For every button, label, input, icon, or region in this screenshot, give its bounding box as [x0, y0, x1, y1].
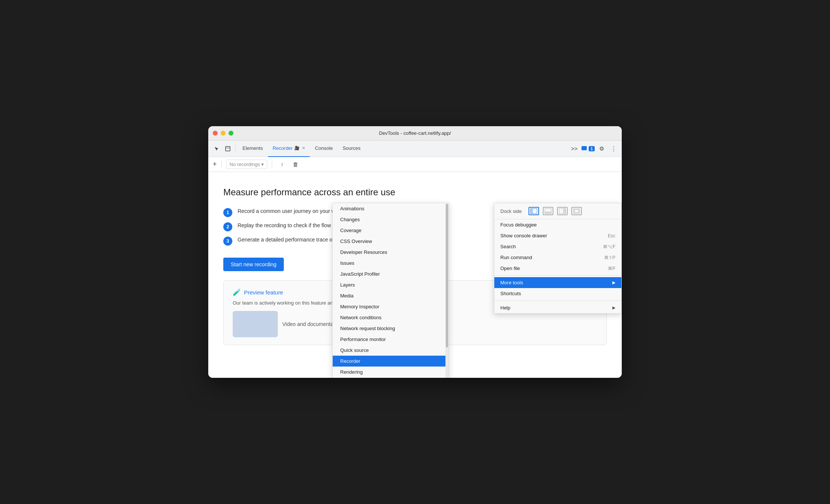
- tab-console[interactable]: Console: [310, 140, 338, 157]
- recordings-dropdown[interactable]: No recordings ▾: [226, 160, 268, 169]
- more-tools-item-javascript-profiler[interactable]: JavaScript Profiler: [333, 269, 448, 279]
- titlebar: DevTools - coffee-cart.netlify.app/: [208, 126, 622, 140]
- menu-item-shortcut: ⌘⇧P: [604, 255, 615, 260]
- menu-item-shortcut: Esc: [608, 233, 615, 238]
- inspect-icon[interactable]: [223, 143, 233, 154]
- more-tools-item-coverage[interactable]: Coverage: [333, 225, 448, 236]
- traffic-lights: [213, 131, 233, 136]
- sub-toolbar-separator-2: [272, 161, 272, 168]
- more-tools-item-recorder[interactable]: Recorder: [333, 356, 448, 367]
- undock-icon[interactable]: [571, 207, 582, 215]
- dock-bottom-icon[interactable]: [543, 207, 553, 215]
- more-tools-item-css-overview[interactable]: CSS Overview: [333, 236, 448, 247]
- right-menu-item-run-command[interactable]: Run command⌘⇧P: [494, 252, 621, 263]
- dock-right-icon[interactable]: [557, 207, 568, 215]
- svg-rect-10: [574, 210, 579, 213]
- tab-recorder[interactable]: Recorder 🎥 ✕: [268, 140, 309, 157]
- chat-icon: [581, 146, 587, 152]
- step-number-3: 3: [223, 237, 232, 246]
- menu-item-label: Shortcuts: [500, 291, 521, 296]
- tab-elements[interactable]: Elements: [238, 140, 267, 157]
- right-context-menu: Dock side Focus debuggeeShow consol: [494, 203, 622, 314]
- main-heading: Measure performance across an entire use: [223, 187, 607, 198]
- dock-side-row: Dock side: [494, 203, 621, 219]
- more-tools-item-developer-resources[interactable]: Developer Resources: [333, 247, 448, 258]
- svg-rect-0: [226, 146, 230, 151]
- right-menu-item-search[interactable]: Search⌘⌥F: [494, 241, 621, 252]
- settings-button[interactable]: ⚙: [596, 143, 607, 154]
- menu-item-label: Help: [500, 305, 510, 311]
- submenu-arrow-icon: ▶: [612, 280, 615, 285]
- minimize-button[interactable]: [221, 131, 226, 136]
- menu-item-label: Focus debuggee: [500, 222, 537, 228]
- more-tools-item-issues[interactable]: Issues: [333, 258, 448, 269]
- menu-item-label: Show console drawer: [500, 233, 547, 238]
- svg-rect-2: [582, 146, 587, 150]
- menu-item-shortcut: ⌘P: [608, 266, 615, 271]
- toolbar-separator: [235, 145, 236, 152]
- notification-badge: 1: [589, 146, 595, 151]
- dock-side-label: Dock side: [500, 208, 522, 214]
- more-tools-item-memory-inspector[interactable]: Memory Inspector: [333, 301, 448, 312]
- right-menu-items: Focus debuggeeShow console drawerEscSear…: [494, 219, 621, 313]
- step-number-2: 2: [223, 222, 232, 231]
- more-tools-item-network-conditions[interactable]: Network conditions: [333, 312, 448, 323]
- more-tools-item-media[interactable]: Media: [333, 290, 448, 301]
- svg-rect-8: [563, 208, 566, 214]
- delete-button[interactable]: 🗑: [290, 159, 301, 170]
- more-tools-item-quick-source[interactable]: Quick source: [333, 345, 448, 356]
- maximize-button[interactable]: [229, 131, 233, 136]
- toolbar-right: >> 1 ⚙ ⋮: [569, 143, 619, 154]
- more-tools-dropdown: AnimationsChangesCoverageCSS OverviewDev…: [332, 203, 449, 378]
- more-tools-item-search[interactable]: Search: [333, 377, 448, 378]
- recorder-icon: 🎥: [294, 146, 300, 151]
- menu-item-shortcut: ⌘⌥F: [603, 244, 615, 249]
- preview-thumbnail: [233, 311, 278, 337]
- devtools-toolbar: Elements Recorder 🎥 ✕ Console Sources >>…: [208, 140, 622, 157]
- preview-title-text: Preview feature: [244, 289, 283, 296]
- dock-left-icon[interactable]: [529, 207, 539, 215]
- svg-rect-4: [530, 208, 533, 214]
- more-tools-item-changes[interactable]: Changes: [333, 214, 448, 225]
- right-menu-item-show-console-drawer[interactable]: Show console drawerEsc: [494, 230, 621, 241]
- right-menu-item-focus-debuggee[interactable]: Focus debuggee: [494, 219, 621, 230]
- dropdown-arrow-icon: ▾: [261, 161, 264, 167]
- menu-item-label: Search: [500, 244, 516, 249]
- devtools-window: DevTools - coffee-cart.netlify.app/ Elem…: [208, 126, 622, 378]
- menu-item-label: Open file: [500, 266, 520, 271]
- start-recording-button[interactable]: Start new recording: [223, 258, 284, 271]
- right-menu-item-help[interactable]: Help▶: [494, 302, 621, 313]
- sub-toolbar-separator: [221, 161, 222, 168]
- right-menu-item-more-tools[interactable]: More tools▶: [494, 277, 621, 288]
- cursor-icon[interactable]: [211, 143, 222, 154]
- submenu-arrow-icon: ▶: [612, 305, 615, 310]
- menu-item-label: Run command: [500, 255, 532, 260]
- dropdown-items-list: AnimationsChangesCoverageCSS OverviewDev…: [333, 203, 448, 378]
- more-tools-item-layers[interactable]: Layers: [333, 279, 448, 290]
- scrollbar-track[interactable]: [445, 203, 448, 378]
- export-button[interactable]: ↑: [277, 159, 287, 170]
- scrollbar-thumb[interactable]: [446, 204, 448, 348]
- right-menu-item-open-file[interactable]: Open file⌘P: [494, 263, 621, 274]
- close-button[interactable]: [213, 131, 218, 136]
- right-menu-item-shortcuts[interactable]: Shortcuts: [494, 288, 621, 299]
- add-recording-button[interactable]: +: [213, 160, 217, 168]
- more-tools-item-performance-monitor[interactable]: Performance monitor: [333, 334, 448, 345]
- more-tools-item-network-request-blocking[interactable]: Network request blocking: [333, 323, 448, 334]
- tab-close-icon[interactable]: ✕: [302, 146, 305, 151]
- window-title: DevTools - coffee-cart.netlify.app/: [379, 130, 451, 136]
- step-number-1: 1: [223, 208, 232, 217]
- more-tabs-button[interactable]: >>: [569, 143, 580, 154]
- flask-icon: 🧪: [233, 288, 241, 296]
- menu-item-label: More tools: [500, 280, 523, 285]
- tab-sources[interactable]: Sources: [338, 140, 365, 157]
- menu-separator: [494, 275, 621, 276]
- more-tools-item-animations[interactable]: Animations: [333, 203, 448, 214]
- more-options-button[interactable]: ⋮: [608, 143, 619, 154]
- sub-toolbar: + No recordings ▾ ↑ 🗑: [208, 157, 622, 172]
- menu-separator-2: [494, 300, 621, 301]
- svg-rect-6: [545, 211, 551, 214]
- more-tools-item-rendering[interactable]: Rendering: [333, 367, 448, 377]
